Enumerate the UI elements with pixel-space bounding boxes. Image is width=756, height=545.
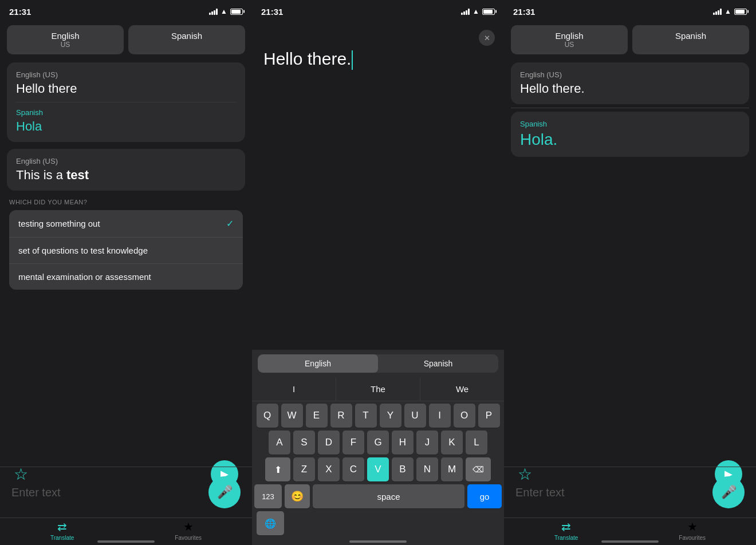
wifi-icon-left: ▲ — [220, 7, 227, 15]
status-time-middle: 21:31 — [261, 7, 283, 17]
home-indicator-right — [601, 540, 659, 543]
shift-key[interactable]: ⬆ — [265, 457, 290, 481]
key-t[interactable]: T — [355, 404, 377, 428]
which-item-1[interactable]: set of questions to test knowledge — [9, 238, 243, 264]
which-item-text-1: set of questions to test knowledge — [18, 246, 148, 255]
translate-label-left: Translate — [50, 535, 74, 541]
delete-key[interactable]: ⌫ — [466, 457, 491, 481]
keyboard-rows: Q W E R T Y U I O P A S D F G H J K — [252, 401, 504, 540]
key-m[interactable]: M — [441, 457, 463, 481]
favourites-icon-right: ★ — [687, 520, 698, 534]
key-i[interactable]: I — [429, 404, 451, 428]
lang-btn-spanish-right[interactable]: Spanish — [632, 25, 749, 54]
mic-button-right[interactable]: 🎤 — [712, 476, 745, 508]
key-r[interactable]: R — [330, 404, 352, 428]
keyboard-tab-english[interactable]: English — [258, 354, 378, 373]
status-icons-right: ▲ — [713, 7, 747, 15]
card1-lang-right: English (US) — [520, 70, 740, 79]
tab-translate-right[interactable]: ⇄ Translate — [554, 520, 578, 541]
key-n[interactable]: N — [416, 457, 438, 481]
key-x[interactable]: X — [318, 457, 340, 481]
close-icon: ✕ — [484, 34, 490, 42]
which-item-2[interactable]: mental examination or assessment — [9, 264, 243, 290]
key-l[interactable]: L — [466, 431, 487, 455]
left-phone-panel: 21:31 ▲ English US Spanish English (US) — [0, 0, 252, 545]
battery-icon-middle — [482, 9, 495, 15]
key-z[interactable]: Z — [293, 457, 315, 481]
card2-lang-right: Spanish — [520, 120, 740, 128]
translate-icon-left: ⇄ — [57, 520, 67, 534]
signal-icon-right — [713, 8, 722, 15]
text-area-display[interactable]: ✕ Hello there. — [252, 21, 504, 350]
keyboard-container: English Spanish I The We Q W E R T Y U I — [252, 350, 504, 545]
card2-text-right: Hola. — [520, 131, 740, 149]
space-key[interactable]: space — [313, 484, 464, 508]
lang-sub-english-right: US — [517, 41, 622, 49]
key-d[interactable]: D — [318, 431, 340, 455]
globe-key[interactable]: 🌐 — [257, 511, 284, 535]
check-icon-0: ✓ — [226, 218, 234, 229]
key-p[interactable]: P — [478, 404, 500, 428]
key-y[interactable]: Y — [380, 404, 401, 428]
card2-lang-left: English (US) — [16, 157, 236, 165]
num-key[interactable]: 123 — [254, 484, 282, 508]
middle-phone-panel: 21:31 ▲ ✕ Hello there. En — [252, 0, 504, 545]
key-v[interactable]: V — [367, 457, 389, 481]
signal-icon-middle — [461, 8, 470, 15]
tab-favourites-left[interactable]: ★ Favourites — [175, 520, 202, 541]
which-label-left: WHICH DID YOU MEAN? — [9, 199, 243, 206]
enter-text-placeholder-right: Enter text — [515, 486, 565, 499]
predictive-word-0[interactable]: I — [252, 377, 336, 401]
key-row-3: ⬆ Z X C V B N M ⌫ — [254, 457, 502, 481]
tab-favourites-right[interactable]: ★ Favourites — [679, 520, 706, 541]
key-s[interactable]: S — [293, 431, 315, 455]
emoji-key[interactable]: 😊 — [285, 484, 310, 508]
key-o[interactable]: O — [454, 404, 475, 428]
which-item-text-0: testing something out — [18, 219, 100, 228]
key-b[interactable]: B — [392, 457, 414, 481]
key-row-globe: 🌐 — [254, 511, 502, 535]
wifi-icon-right: ▲ — [724, 7, 731, 15]
status-icons-middle: ▲ — [461, 7, 495, 15]
key-c[interactable]: C — [342, 457, 364, 481]
translation-card-1-left: English (US) Hello there Spanish Hola — [7, 62, 245, 142]
key-row-4: 123 😊 space go — [254, 484, 502, 508]
lang-btn-english-left[interactable]: English US — [7, 25, 124, 54]
typed-text-display: Hello there. — [263, 49, 493, 70]
go-key[interactable]: go — [467, 484, 502, 508]
key-h[interactable]: H — [392, 431, 414, 455]
status-time-right: 21:31 — [513, 7, 535, 17]
right-phone-panel: 21:31 ▲ English US Spanish English (US) — [504, 0, 756, 545]
key-a[interactable]: A — [269, 431, 290, 455]
translation-card-1-right: English (US) Hello there. — [511, 62, 749, 104]
battery-icon-right — [734, 9, 747, 15]
keyboard-lang-tabs: English Spanish — [258, 354, 498, 373]
key-w[interactable]: W — [281, 404, 303, 428]
enter-text-area-left[interactable]: Enter text 🎤 — [0, 467, 252, 518]
mic-button-left[interactable]: 🎤 — [208, 476, 241, 508]
key-u[interactable]: U — [404, 404, 426, 428]
predictive-word-1[interactable]: The — [336, 377, 420, 401]
keyboard-tab-spanish[interactable]: Spanish — [378, 354, 498, 373]
key-j[interactable]: J — [416, 431, 438, 455]
close-button[interactable]: ✕ — [479, 30, 495, 46]
translate-label-right: Translate — [554, 535, 578, 541]
card1-divider-left — [16, 102, 236, 102]
key-f[interactable]: F — [342, 431, 364, 455]
tab-translate-left[interactable]: ⇄ Translate — [50, 520, 74, 541]
predictive-word-2[interactable]: We — [420, 377, 504, 401]
predictive-bar: I The We — [252, 377, 504, 401]
lang-name-english-left: English — [13, 31, 118, 41]
key-q[interactable]: Q — [257, 404, 278, 428]
translation-card-2-right: Spanish Hola. — [511, 112, 749, 157]
enter-text-area-right[interactable]: Enter text 🎤 — [504, 467, 756, 518]
key-g[interactable]: G — [367, 431, 389, 455]
key-e[interactable]: E — [306, 404, 328, 428]
status-icons-left: ▲ — [209, 7, 243, 15]
lang-name-spanish-left: Spanish — [134, 31, 239, 41]
key-k[interactable]: K — [441, 431, 463, 455]
which-section-left: WHICH DID YOU MEAN? testing something ou… — [0, 194, 252, 292]
lang-btn-english-right[interactable]: English US — [511, 25, 628, 54]
lang-btn-spanish-left[interactable]: Spanish — [128, 25, 245, 54]
which-item-0[interactable]: testing something out ✓ — [9, 210, 243, 238]
